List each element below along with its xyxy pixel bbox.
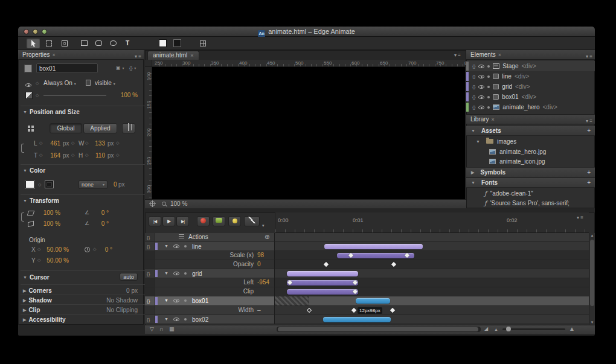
elements-panel-menu-icon[interactable]: ▾ ≡: [586, 52, 592, 62]
animation-bar-grid[interactable]: [287, 271, 358, 276]
accessibility-section-header[interactable]: ▶Accessibility: [23, 316, 66, 323]
element-target-icon[interactable]: ▣▾: [116, 65, 124, 71]
visibility-eye-icon[interactable]: [478, 85, 484, 89]
stage-canvas[interactable]: [152, 67, 465, 199]
property-row-left[interactable]: Left -954: [145, 278, 589, 287]
auto-transition-toggle[interactable]: [213, 216, 225, 226]
collapse-triangle-icon[interactable]: ▼: [471, 129, 475, 133]
timeline-vertical-scrollbar[interactable]: ▲ ▼: [589, 233, 595, 325]
height-unit-diamond[interactable]: ◇: [116, 153, 119, 158]
rotate-x-value[interactable]: 0 °: [94, 209, 109, 216]
left-unit-diamond[interactable]: ◇: [71, 141, 74, 145]
visibility-eye-icon[interactable]: [478, 95, 484, 99]
scrollbar-thumb[interactable]: [278, 327, 478, 331]
property-value[interactable]: 0: [257, 261, 261, 267]
rounded-rectangle-tool[interactable]: [92, 38, 105, 48]
actions-icon[interactable]: {}: [472, 63, 475, 69]
play-button[interactable]: ▶: [162, 216, 175, 226]
close-window-button[interactable]: [24, 29, 29, 34]
link-scale-icon[interactable]: [21, 212, 24, 222]
color-keyframe-diamond[interactable]: ◇: [38, 182, 41, 187]
origin-x-value[interactable]: 50.00 %: [43, 246, 69, 253]
lock-dot-icon[interactable]: [487, 75, 490, 78]
add-action-button[interactable]: ⊕: [265, 234, 269, 240]
left-keyframe-diamond[interactable]: ◇: [39, 141, 42, 145]
minimize-window-button[interactable]: [33, 29, 38, 34]
animation-bar-clip[interactable]: [287, 289, 358, 295]
animation-bar-left[interactable]: [287, 280, 358, 286]
rotate-y-value[interactable]: 0 °: [94, 220, 109, 227]
lock-dot-icon[interactable]: [487, 106, 490, 109]
fonts-section-header[interactable]: ▼Fonts +: [466, 177, 595, 188]
lock-dot-icon[interactable]: [184, 272, 187, 275]
assets-section-header[interactable]: ▼Assets +: [466, 126, 595, 136]
zoom-out-timeline-icon[interactable]: ▲: [494, 327, 498, 331]
top-value[interactable]: 164: [45, 152, 60, 159]
animation-bar-box01[interactable]: [356, 298, 390, 304]
left-value[interactable]: 461: [45, 140, 60, 147]
font-entry-row[interactable]: ƒ"adobe-clean-1": [466, 189, 595, 198]
stage-zoom-value[interactable]: 100 %: [170, 200, 187, 207]
images-folder-row[interactable]: ▼images: [466, 136, 595, 146]
opacity-value[interactable]: 100 %: [111, 92, 138, 98]
stage-tab[interactable]: animate.html×: [147, 51, 199, 60]
keyframe-value-chip[interactable]: 12px98px: [358, 307, 382, 314]
keyframe-diamond[interactable]: [390, 308, 395, 313]
element-row-animate-hero[interactable]: {} animate_hero <div>: [466, 102, 595, 112]
properties-panel-menu-icon[interactable]: ▾ ≡: [135, 52, 141, 62]
lock-dot-icon[interactable]: [487, 96, 490, 98]
timeline-horizontal-scrollbar[interactable]: [277, 327, 481, 332]
origin-y-diamond[interactable]: ◇: [37, 258, 40, 263]
visibility-eye-icon[interactable]: [478, 106, 484, 109]
top-unit[interactable]: px: [63, 152, 69, 159]
keyframe-diamond-open[interactable]: [307, 308, 312, 313]
corners-section-header[interactable]: ▶Corners: [23, 287, 52, 294]
timeline-ruler[interactable]: 0:00 0:01 0:02: [275, 212, 589, 233]
visibility-eye-icon[interactable]: [173, 272, 179, 275]
color-section-header[interactable]: ▼Color: [23, 167, 45, 174]
actions-code-icon[interactable]: {}: [147, 244, 150, 249]
property-row-scale-x[interactable]: Scale (x) 98: [145, 251, 589, 260]
elements-panel-header[interactable]: Elements× ▾ ≡: [466, 50, 595, 60]
applied-position-button[interactable]: Applied: [83, 123, 117, 133]
property-value[interactable]: –: [257, 307, 261, 313]
lock-dot-icon[interactable]: [184, 318, 187, 321]
show-grid-icon[interactable]: ▦: [169, 326, 175, 332]
clip-section-header[interactable]: ▶Clip: [23, 307, 40, 313]
scroll-up-icon[interactable]: ▲: [589, 234, 595, 237]
actions-code-icon[interactable]: {}: [147, 298, 150, 304]
scale-y-value[interactable]: 100 %: [39, 220, 60, 227]
auto-keyframe-toggle[interactable]: [197, 216, 210, 226]
open-actions-icon[interactable]: {}▾: [129, 65, 136, 71]
zoom-in-timeline-icon[interactable]: ▲: [569, 325, 575, 332]
crosshair-icon[interactable]: [150, 201, 155, 206]
rectangle-tool[interactable]: [77, 38, 91, 48]
actions-icon[interactable]: {}: [472, 74, 475, 79]
collapse-triangle-icon[interactable]: ▼: [471, 180, 475, 185]
property-row-opacity[interactable]: Opacity 0: [145, 260, 589, 269]
height-unit[interactable]: px: [107, 152, 114, 159]
property-row-clip[interactable]: Clip: [145, 287, 589, 296]
scrollbar-thumb[interactable]: [590, 240, 594, 306]
timeline-zoom-handle[interactable]: [506, 327, 511, 331]
shadow-section-header[interactable]: ▶Shadow: [23, 297, 52, 304]
property-value[interactable]: 98: [257, 252, 264, 258]
visibility-eye-icon[interactable]: [478, 65, 484, 68]
go-to-start-button[interactable]: |◀: [149, 216, 161, 226]
transform-tool[interactable]: [42, 38, 56, 48]
stage-tab-close[interactable]: ×: [190, 53, 193, 59]
visibility-eye-icon[interactable]: [173, 244, 179, 248]
element-row-stage[interactable]: {} Stage <div>: [466, 61, 595, 71]
collapse-triangle-icon[interactable]: ▼: [164, 298, 168, 302]
track-row-grid[interactable]: {} ▼ grid: [145, 269, 589, 278]
track-row-box02[interactable]: {} ▼ box02: [145, 315, 589, 324]
width-unit[interactable]: px: [107, 140, 114, 147]
properties-tab-close[interactable]: ×: [53, 52, 56, 58]
lock-dot-icon[interactable]: [184, 299, 187, 302]
id-color-swatch[interactable]: [24, 65, 32, 72]
height-value[interactable]: 110: [89, 152, 105, 159]
go-to-end-button[interactable]: ▶|: [176, 216, 189, 226]
collapse-triangle-icon[interactable]: ▼: [164, 244, 168, 248]
border-width-value[interactable]: 0: [114, 181, 117, 188]
actions-code-icon[interactable]: {}: [147, 271, 150, 276]
